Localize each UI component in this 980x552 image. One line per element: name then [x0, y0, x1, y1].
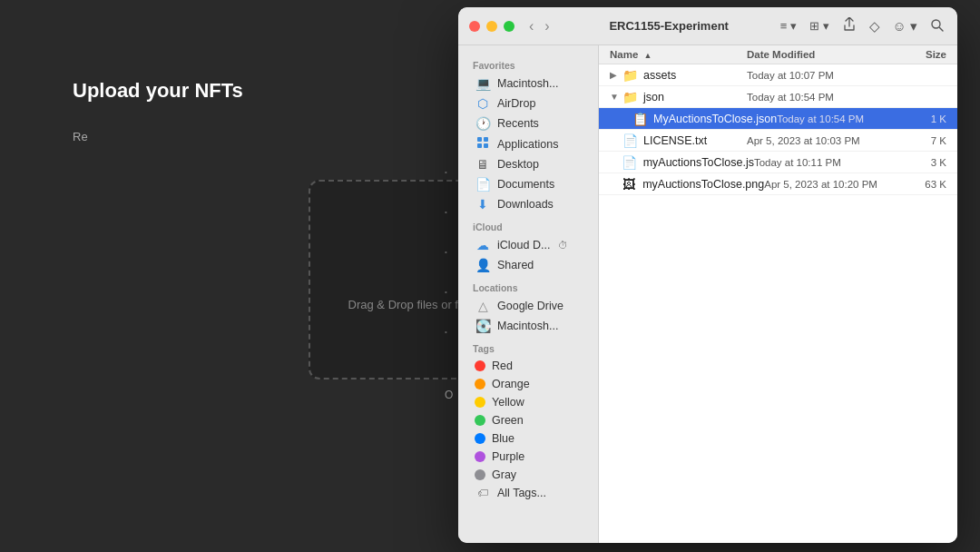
sidebar-item-label: Recents [497, 117, 539, 130]
sidebar-tag-green[interactable]: Green [462, 411, 594, 429]
txt-file-icon: 📄 [622, 133, 638, 148]
airdrop-icon: ⬡ [475, 96, 491, 111]
file-date: Today at 10:54 PM [777, 113, 900, 124]
date-column-header[interactable]: Date Modified [747, 49, 892, 60]
file-row[interactable]: ▶ 📁 assets Today at 10:07 PM [599, 64, 957, 86]
png-file-icon: 🖼 [621, 177, 637, 192]
sidebar-item-downloads[interactable]: ⬇ Downloads [462, 194, 594, 214]
content-area: Favorites 💻 Macintosh... ⬡ AirDrop 🕐 Rec… [458, 45, 957, 543]
folder-icon: 📁 [622, 68, 638, 83]
favorites-header: Favorites [458, 53, 598, 74]
sidebar-item-documents[interactable]: 📄 Documents [462, 174, 594, 194]
tag-label: Green [492, 414, 524, 427]
svg-line-1 [940, 27, 944, 31]
window-title: ERC1155-Experiment [561, 19, 778, 33]
svg-rect-5 [484, 143, 488, 148]
file-name: json [643, 91, 747, 104]
forward-button[interactable]: › [541, 16, 553, 36]
tag-label: Purple [492, 450, 524, 463]
file-size: 7 K [892, 135, 946, 146]
green-tag-dot [475, 415, 485, 426]
zoom-button[interactable] [504, 21, 514, 32]
share-button[interactable] [839, 15, 859, 37]
grid-view-button[interactable]: ⊞ ▾ [807, 16, 832, 35]
file-row[interactable]: ▶ 📄 myAuctionsToClose.js Today at 10:11 … [599, 152, 957, 173]
title-bar: ‹ › ERC1155-Experiment ≡ ▾ ⊞ ▾ ◇ ☺ ▾ [458, 7, 957, 45]
sidebar-item-shared[interactable]: 👤 Shared [462, 255, 594, 275]
finder-window: ‹ › ERC1155-Experiment ≡ ▾ ⊞ ▾ ◇ ☺ ▾ [458, 7, 957, 543]
close-button[interactable] [469, 21, 480, 32]
file-row[interactable]: ▶ 📄 LICENSE.txt Apr 5, 2023 at 10:03 PM … [599, 130, 957, 152]
sort-arrow: ▲ [644, 51, 652, 60]
orange-tag-dot [475, 379, 485, 389]
minimize-button[interactable] [486, 21, 497, 32]
sidebar-tag-all[interactable]: 🏷 All Tags... [462, 484, 594, 502]
file-size: 63 K [897, 179, 946, 190]
sidebar-tag-red[interactable]: Red [462, 357, 594, 375]
file-name: LICENSE.txt [643, 134, 747, 147]
sidebar-item-icloud-drive[interactable]: ☁ iCloud D... ⏱ [462, 235, 594, 255]
file-row[interactable]: ▼ 📁 json Today at 10:54 PM [599, 86, 957, 108]
sidebar-item-label: Macintosh... [497, 77, 558, 90]
sidebar-tag-purple[interactable]: Purple [462, 448, 594, 466]
gray-tag-dot [475, 469, 485, 480]
svg-rect-2 [477, 137, 482, 142]
chevron-right-icon: ▶ [610, 70, 619, 80]
file-row[interactable]: 📋 MyAuctionsToClose.json Today at 10:54 … [599, 108, 957, 130]
list-view-button[interactable]: ≡ ▾ [778, 16, 799, 35]
tag-button[interactable]: ◇ [867, 15, 883, 37]
recents-icon: 🕐 [475, 116, 491, 131]
sidebar-item-label: Google Drive [497, 300, 564, 312]
file-row[interactable]: ▶ 🖼 myAuctionsToClose.png Apr 5, 2023 at… [599, 173, 957, 195]
sidebar-item-airdrop[interactable]: ⬡ AirDrop [462, 94, 594, 113]
file-list: Name ▲ Date Modified Size ▶ 📁 assets Tod… [599, 45, 957, 543]
sidebar: Favorites 💻 Macintosh... ⬡ AirDrop 🕐 Rec… [458, 45, 599, 543]
shared-icon: 👤 [475, 258, 491, 272]
sidebar-tag-blue[interactable]: Blue [462, 429, 594, 448]
name-column-header[interactable]: Name ▲ [610, 49, 747, 60]
sidebar-item-label: Downloads [497, 198, 554, 211]
sidebar-item-desktop[interactable]: 🖥 Desktop [462, 154, 594, 174]
back-button[interactable]: ‹ [525, 16, 537, 36]
blue-tag-dot [475, 433, 485, 444]
sidebar-item-recents[interactable]: 🕐 Recents [462, 113, 594, 133]
sidebar-item-label: Macintosh... [497, 320, 558, 332]
sidebar-item-google-drive[interactable]: △ Google Drive [462, 296, 594, 316]
file-list-header: Name ▲ Date Modified Size [599, 45, 957, 64]
documents-icon: 📄 [475, 177, 491, 192]
yellow-tag-dot [475, 397, 485, 408]
sidebar-tag-yellow[interactable]: Yellow [462, 393, 594, 411]
folder-icon: 📁 [622, 90, 638, 104]
bg-app-title: Upload your NFTs [73, 79, 243, 103]
macintosh-icon: 💻 [475, 76, 491, 91]
purple-tag-dot [475, 451, 485, 462]
file-size: 1 K [900, 113, 946, 124]
action-button[interactable]: ☺ ▾ [890, 15, 920, 37]
icloud-icon: ☁ [475, 238, 491, 252]
tag-label: All Tags... [497, 487, 546, 499]
sidebar-item-label: Desktop [497, 158, 539, 171]
tags-header: Tags [458, 336, 598, 357]
sidebar-item-label: AirDrop [497, 97, 535, 110]
nav-buttons: ‹ › [525, 16, 554, 36]
json-file-icon: 📋 [632, 112, 648, 126]
svg-point-0 [932, 20, 940, 28]
file-name: assets [643, 69, 747, 82]
sidebar-item-applications[interactable]: Applications [462, 133, 594, 154]
icloud-header: iCloud [458, 214, 598, 235]
sidebar-tag-gray[interactable]: Gray [462, 466, 594, 484]
applications-icon [475, 136, 491, 152]
sidebar-item-label: Documents [497, 178, 554, 191]
size-column-header[interactable]: Size [892, 49, 946, 60]
file-date: Apr 5, 2023 at 10:03 PM [747, 135, 892, 146]
file-name: myAuctionsToClose.png [642, 178, 764, 191]
tag-label: Orange [492, 378, 530, 390]
file-date: Today at 10:07 PM [747, 70, 892, 81]
sidebar-tag-orange[interactable]: Orange [462, 375, 594, 393]
search-button[interactable] [927, 15, 946, 37]
sidebar-item-macintosh2[interactable]: 💽 Macintosh... [462, 316, 594, 336]
tag-label: Red [492, 360, 513, 372]
js-file-icon: 📄 [622, 155, 638, 170]
sidebar-item-macintosh[interactable]: 💻 Macintosh... [462, 74, 594, 94]
file-name: MyAuctionsToClose.json [653, 113, 777, 125]
